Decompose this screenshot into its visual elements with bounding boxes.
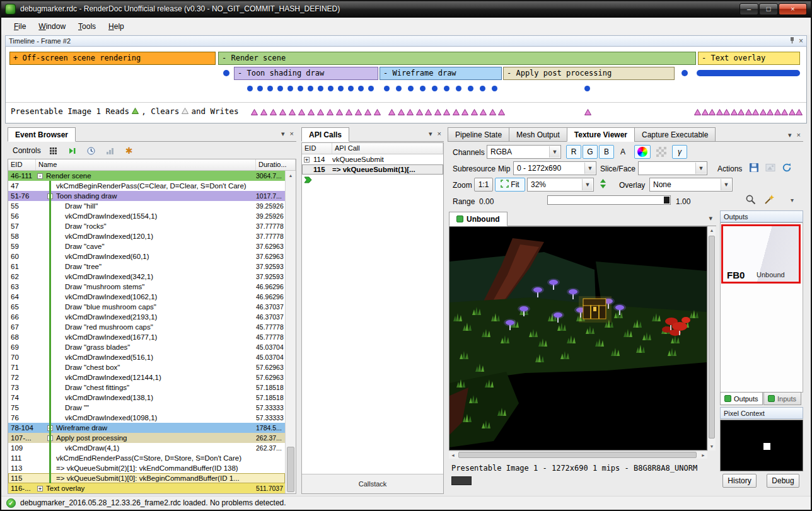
- chevron-down-icon[interactable]: ▾: [281, 130, 285, 138]
- slice-face-select[interactable]: ▼: [638, 161, 707, 175]
- write-triangle-icon[interactable]: [480, 108, 487, 115]
- draw-event-dot[interactable]: [444, 86, 450, 91]
- draw-event-dot[interactable]: [420, 86, 426, 91]
- write-triangle-icon[interactable]: [774, 108, 781, 115]
- write-triangle-icon[interactable]: [317, 108, 324, 115]
- texture-vertical-scrollbar[interactable]: ▲ ▼: [707, 226, 716, 451]
- write-triangle-icon[interactable]: [443, 108, 450, 115]
- flip-y-button[interactable]: [596, 178, 609, 192]
- timeline-block-post-processing[interactable]: - Apply post processing: [503, 67, 675, 80]
- draw-event-dot[interactable]: [247, 86, 253, 91]
- range-slider[interactable]: [547, 195, 671, 205]
- write-triangle-icon[interactable]: [498, 108, 505, 115]
- tab-mesh-output[interactable]: Mesh Output: [509, 127, 567, 142]
- event-row[interactable]: 62vkCmdDrawIndexed(342,1)37.92593: [8, 272, 285, 282]
- event-dot[interactable]: [223, 70, 229, 76]
- collapse-expander[interactable]: -: [37, 173, 43, 179]
- event-row[interactable]: 111vkCmdEndRenderPass(C=Store, D=Store, …: [8, 453, 285, 463]
- draw-event-dot[interactable]: [456, 86, 461, 91]
- write-triangle-icon[interactable]: [251, 108, 258, 115]
- event-row[interactable]: 67Draw "red mushroom caps"45.77778: [8, 322, 285, 332]
- pin-icon[interactable]: [789, 37, 795, 45]
- tab-texture-viewer[interactable]: Texture Viewer: [567, 127, 635, 142]
- history-button[interactable]: History: [722, 474, 757, 488]
- controls-button[interactable]: Controls: [13, 146, 41, 155]
- write-triangle-icon[interactable]: [416, 108, 423, 115]
- draw-event-dot[interactable]: [298, 86, 303, 91]
- timeline-block-toon-shading[interactable]: - Toon shading draw: [234, 67, 378, 80]
- timeline-block-offscreen[interactable]: + Off-screen scene rendering: [9, 52, 216, 65]
- write-triangle-icon[interactable]: [260, 108, 267, 115]
- debug-button[interactable]: Debug: [767, 474, 799, 488]
- event-row[interactable]: 68vkCmdDrawIndexed(1677,1)45.77778: [8, 332, 285, 342]
- write-triangle-icon[interactable]: [694, 108, 701, 115]
- write-triangle-icon[interactable]: [709, 108, 716, 115]
- draw-event-dot[interactable]: [468, 86, 473, 91]
- event-row[interactable]: 116-...+Text overlay511.7037: [8, 483, 285, 493]
- menu-help[interactable]: Help: [102, 20, 130, 33]
- fb0-thumbnail[interactable]: FB0 Unbound: [721, 224, 801, 284]
- write-triangle-icon[interactable]: [471, 108, 478, 115]
- write-triangle-icon[interactable]: [388, 108, 395, 115]
- write-triangle-icon[interactable]: [336, 108, 343, 115]
- event-row[interactable]: 115=> vkQueueSubmit(1)[0]: vkBeginComman…: [8, 473, 285, 483]
- scroll-up-icon[interactable]: ▲: [286, 171, 296, 181]
- write-triangle-icon[interactable]: [425, 108, 432, 115]
- zoom-range-icon[interactable]: [745, 194, 757, 207]
- column-duration[interactable]: Duratio...: [256, 159, 296, 170]
- chevron-down-icon[interactable]: ▾: [429, 130, 432, 138]
- tab-outputs[interactable]: Outputs: [720, 392, 763, 405]
- menu-window[interactable]: Window: [32, 20, 72, 33]
- event-row[interactable]: 64vkCmdDrawIndexed(1062,1)46.96296: [8, 292, 285, 302]
- write-triangle-icon[interactable]: [298, 108, 305, 115]
- tab-api-calls[interactable]: API Calls: [301, 127, 349, 142]
- close-icon[interactable]: ×: [797, 131, 801, 139]
- timer-icon[interactable]: [85, 144, 98, 157]
- write-triangle-icon[interactable]: [745, 108, 752, 115]
- close-button[interactable]: ×: [779, 3, 807, 15]
- event-row[interactable]: 113=> vkQueueSubmit(2)[1]: vkEndCommandB…: [8, 463, 285, 473]
- maximize-button[interactable]: □: [759, 3, 778, 15]
- write-triangle-icon[interactable]: [702, 108, 709, 115]
- event-row[interactable]: 47vkCmdBeginRenderPass(C=Clear, D=Clear,…: [8, 181, 285, 191]
- draw-event-dot[interactable]: [328, 86, 334, 91]
- write-triangle-icon[interactable]: [716, 108, 723, 115]
- timeline-block-wireframe[interactable]: - Wireframe draw: [380, 67, 502, 80]
- timeline-panel[interactable]: Presentable Image 1 Reads , Clears and W…: [5, 47, 807, 123]
- overlay-select[interactable]: None▼: [649, 178, 733, 192]
- chevron-down-icon[interactable]: ▾: [788, 131, 792, 139]
- stats-icon[interactable]: [104, 144, 117, 157]
- event-row[interactable]: 59Draw "cave"37.62963: [8, 241, 285, 251]
- close-icon[interactable]: ×: [438, 130, 441, 138]
- checkerboard-button[interactable]: [653, 145, 670, 159]
- expand-expander[interactable]: +: [37, 486, 43, 491]
- event-row[interactable]: 74vkCmdDrawIndexed(138,1)57.18518: [8, 393, 285, 403]
- write-triangle-icon[interactable]: [289, 108, 296, 115]
- draw-event-dot[interactable]: [396, 86, 402, 91]
- title-bar[interactable]: debugmarker.rdc - RenderDoc Unofficial r…: [0, 0, 812, 18]
- draw-event-dot[interactable]: [584, 86, 590, 91]
- menu-file[interactable]: File: [8, 20, 32, 33]
- close-icon[interactable]: ×: [799, 37, 803, 45]
- event-row[interactable]: 76vkCmdDrawIndexed(1098,1)57.33333: [8, 413, 285, 423]
- channel-r-toggle[interactable]: R: [566, 145, 581, 159]
- write-triangle-icon[interactable]: [738, 108, 745, 115]
- write-triangle-icon[interactable]: [767, 108, 774, 115]
- tab-unbound-texture[interactable]: Unbound: [449, 212, 508, 226]
- write-triangle-icon[interactable]: [398, 108, 405, 115]
- write-triangle-icon[interactable]: [364, 108, 371, 115]
- event-row[interactable]: 78-104+Wireframe draw1784.5...: [8, 423, 285, 433]
- event-row[interactable]: 107-...-Apply post processing262.37...: [8, 433, 285, 443]
- write-triangle-icon[interactable]: [796, 108, 803, 115]
- draw-event-dot[interactable]: [308, 86, 313, 91]
- channel-b-toggle[interactable]: B: [599, 145, 614, 159]
- write-triangle-icon[interactable]: [308, 108, 315, 115]
- export-texture-icon[interactable]: [765, 163, 775, 175]
- minimize-button[interactable]: –: [740, 3, 758, 15]
- close-icon[interactable]: ×: [290, 130, 294, 138]
- overflow-chevron-icon[interactable]: ▾: [791, 197, 794, 204]
- column-name[interactable]: Name: [36, 159, 256, 170]
- texture-horizontal-scrollbar[interactable]: ◄ ►: [449, 451, 707, 459]
- event-row[interactable]: 75Draw ""57.33333: [8, 403, 285, 413]
- draw-event-dot[interactable]: [287, 86, 293, 91]
